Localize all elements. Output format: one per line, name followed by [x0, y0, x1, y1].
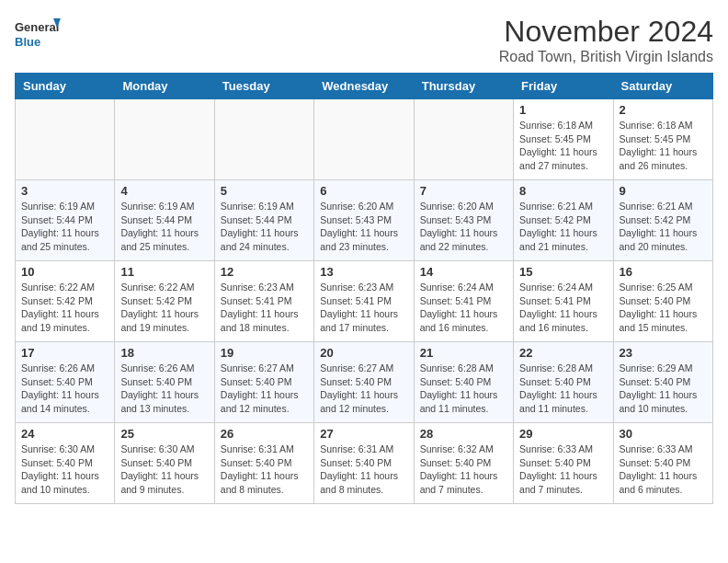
day-number: 18	[120, 346, 208, 360]
day-cell: 16Sunrise: 6:25 AM Sunset: 5:40 PM Dayli…	[613, 261, 712, 342]
svg-text:General: General	[15, 20, 59, 34]
day-number: 12	[221, 265, 308, 279]
week-row-1: 1Sunrise: 6:18 AM Sunset: 5:45 PM Daylig…	[16, 99, 713, 180]
day-info: Sunrise: 6:30 AM Sunset: 5:40 PM Dayligh…	[120, 442, 208, 497]
svg-text:Blue: Blue	[15, 35, 40, 49]
day-info: Sunrise: 6:33 AM Sunset: 5:40 PM Dayligh…	[620, 442, 707, 497]
logo: General Blue	[15, 15, 61, 56]
day-info: Sunrise: 6:19 AM Sunset: 5:44 PM Dayligh…	[221, 200, 308, 254]
day-cell: 15Sunrise: 6:24 AM Sunset: 5:41 PM Dayli…	[514, 261, 613, 342]
day-info: Sunrise: 6:19 AM Sunset: 5:44 PM Dayligh…	[21, 200, 108, 254]
day-number: 16	[620, 265, 707, 279]
day-number: 4	[120, 184, 208, 198]
day-info: Sunrise: 6:33 AM Sunset: 5:40 PM Dayligh…	[519, 442, 607, 497]
day-info: Sunrise: 6:19 AM Sunset: 5:44 PM Dayligh…	[120, 200, 208, 254]
day-cell: 27Sunrise: 6:31 AM Sunset: 5:40 PM Dayli…	[314, 423, 414, 504]
weekday-header-friday: Friday	[514, 74, 613, 99]
day-info: Sunrise: 6:28 AM Sunset: 5:40 PM Dayligh…	[420, 362, 507, 416]
day-number: 13	[320, 265, 407, 279]
day-info: Sunrise: 6:29 AM Sunset: 5:40 PM Dayligh…	[620, 362, 707, 416]
day-number: 3	[21, 184, 108, 198]
day-number: 5	[221, 184, 308, 198]
day-number: 24	[21, 427, 108, 441]
day-info: Sunrise: 6:20 AM Sunset: 5:43 PM Dayligh…	[320, 200, 407, 254]
day-cell: 2Sunrise: 6:18 AM Sunset: 5:45 PM Daylig…	[613, 99, 712, 180]
day-number: 17	[21, 346, 108, 360]
day-cell	[314, 99, 414, 180]
week-row-3: 10Sunrise: 6:22 AM Sunset: 5:42 PM Dayli…	[16, 261, 713, 342]
weekday-header-tuesday: Tuesday	[214, 74, 313, 99]
day-number: 7	[420, 184, 507, 198]
weekday-header-thursday: Thursday	[414, 74, 513, 99]
day-cell: 6Sunrise: 6:20 AM Sunset: 5:43 PM Daylig…	[314, 180, 414, 261]
day-cell: 9Sunrise: 6:21 AM Sunset: 5:42 PM Daylig…	[613, 180, 712, 261]
logo-svg: General Blue	[15, 15, 61, 56]
day-info: Sunrise: 6:32 AM Sunset: 5:40 PM Dayligh…	[420, 442, 507, 497]
day-cell: 26Sunrise: 6:31 AM Sunset: 5:40 PM Dayli…	[214, 423, 313, 504]
day-info: Sunrise: 6:18 AM Sunset: 5:45 PM Dayligh…	[620, 119, 707, 173]
day-cell	[214, 99, 313, 180]
day-cell: 23Sunrise: 6:29 AM Sunset: 5:40 PM Dayli…	[613, 342, 712, 423]
day-number: 9	[620, 184, 707, 198]
week-row-2: 3Sunrise: 6:19 AM Sunset: 5:44 PM Daylig…	[16, 180, 713, 261]
weekday-header-row: SundayMondayTuesdayWednesdayThursdayFrid…	[16, 74, 713, 99]
day-cell: 22Sunrise: 6:28 AM Sunset: 5:40 PM Dayli…	[514, 342, 613, 423]
day-info: Sunrise: 6:22 AM Sunset: 5:42 PM Dayligh…	[120, 281, 208, 335]
day-cell: 10Sunrise: 6:22 AM Sunset: 5:42 PM Dayli…	[16, 261, 115, 342]
day-number: 25	[120, 427, 208, 441]
day-cell: 8Sunrise: 6:21 AM Sunset: 5:42 PM Daylig…	[514, 180, 613, 261]
page-header: General Blue November 2024 Road Town, Br…	[15, 15, 713, 65]
day-cell: 3Sunrise: 6:19 AM Sunset: 5:44 PM Daylig…	[16, 180, 115, 261]
day-number: 6	[320, 184, 407, 198]
day-number: 29	[519, 427, 607, 441]
day-info: Sunrise: 6:31 AM Sunset: 5:40 PM Dayligh…	[320, 442, 407, 497]
day-cell: 21Sunrise: 6:28 AM Sunset: 5:40 PM Dayli…	[414, 342, 513, 423]
day-info: Sunrise: 6:27 AM Sunset: 5:40 PM Dayligh…	[221, 362, 308, 416]
day-cell: 28Sunrise: 6:32 AM Sunset: 5:40 PM Dayli…	[414, 423, 513, 504]
day-number: 10	[21, 265, 108, 279]
day-number: 15	[519, 265, 607, 279]
location-subtitle: Road Town, British Virgin Islands	[499, 49, 713, 65]
day-cell: 12Sunrise: 6:23 AM Sunset: 5:41 PM Dayli…	[214, 261, 313, 342]
day-cell: 18Sunrise: 6:26 AM Sunset: 5:40 PM Dayli…	[115, 342, 214, 423]
day-number: 26	[221, 427, 308, 441]
day-number: 2	[620, 103, 707, 117]
day-cell	[16, 99, 115, 180]
day-info: Sunrise: 6:20 AM Sunset: 5:43 PM Dayligh…	[420, 200, 507, 254]
day-info: Sunrise: 6:24 AM Sunset: 5:41 PM Dayligh…	[519, 281, 607, 335]
day-cell: 30Sunrise: 6:33 AM Sunset: 5:40 PM Dayli…	[613, 423, 712, 504]
day-info: Sunrise: 6:31 AM Sunset: 5:40 PM Dayligh…	[221, 442, 308, 497]
day-info: Sunrise: 6:26 AM Sunset: 5:40 PM Dayligh…	[21, 362, 108, 416]
day-cell: 24Sunrise: 6:30 AM Sunset: 5:40 PM Dayli…	[16, 423, 115, 504]
weekday-header-monday: Monday	[115, 74, 214, 99]
day-info: Sunrise: 6:28 AM Sunset: 5:40 PM Dayligh…	[519, 362, 607, 416]
weekday-header-sunday: Sunday	[16, 74, 115, 99]
day-cell: 5Sunrise: 6:19 AM Sunset: 5:44 PM Daylig…	[214, 180, 313, 261]
day-cell: 20Sunrise: 6:27 AM Sunset: 5:40 PM Dayli…	[314, 342, 414, 423]
day-info: Sunrise: 6:26 AM Sunset: 5:40 PM Dayligh…	[120, 362, 208, 416]
day-cell: 4Sunrise: 6:19 AM Sunset: 5:44 PM Daylig…	[115, 180, 214, 261]
day-cell: 7Sunrise: 6:20 AM Sunset: 5:43 PM Daylig…	[414, 180, 513, 261]
weekday-header-wednesday: Wednesday	[314, 74, 414, 99]
day-number: 14	[420, 265, 507, 279]
day-number: 19	[221, 346, 308, 360]
day-cell: 11Sunrise: 6:22 AM Sunset: 5:42 PM Dayli…	[115, 261, 214, 342]
day-number: 28	[420, 427, 507, 441]
week-row-4: 17Sunrise: 6:26 AM Sunset: 5:40 PM Dayli…	[16, 342, 713, 423]
day-number: 27	[320, 427, 407, 441]
day-info: Sunrise: 6:23 AM Sunset: 5:41 PM Dayligh…	[221, 281, 308, 335]
day-cell: 19Sunrise: 6:27 AM Sunset: 5:40 PM Dayli…	[214, 342, 313, 423]
calendar-table: SundayMondayTuesdayWednesdayThursdayFrid…	[15, 73, 713, 504]
day-info: Sunrise: 6:30 AM Sunset: 5:40 PM Dayligh…	[21, 442, 108, 497]
day-info: Sunrise: 6:24 AM Sunset: 5:41 PM Dayligh…	[420, 281, 507, 335]
day-cell: 1Sunrise: 6:18 AM Sunset: 5:45 PM Daylig…	[514, 99, 613, 180]
day-number: 20	[320, 346, 407, 360]
day-info: Sunrise: 6:25 AM Sunset: 5:40 PM Dayligh…	[620, 281, 707, 335]
month-title: November 2024	[499, 15, 713, 49]
day-cell	[414, 99, 513, 180]
day-number: 1	[519, 103, 607, 117]
day-cell: 29Sunrise: 6:33 AM Sunset: 5:40 PM Dayli…	[514, 423, 613, 504]
day-number: 11	[120, 265, 208, 279]
day-cell: 25Sunrise: 6:30 AM Sunset: 5:40 PM Dayli…	[115, 423, 214, 504]
day-cell	[115, 99, 214, 180]
